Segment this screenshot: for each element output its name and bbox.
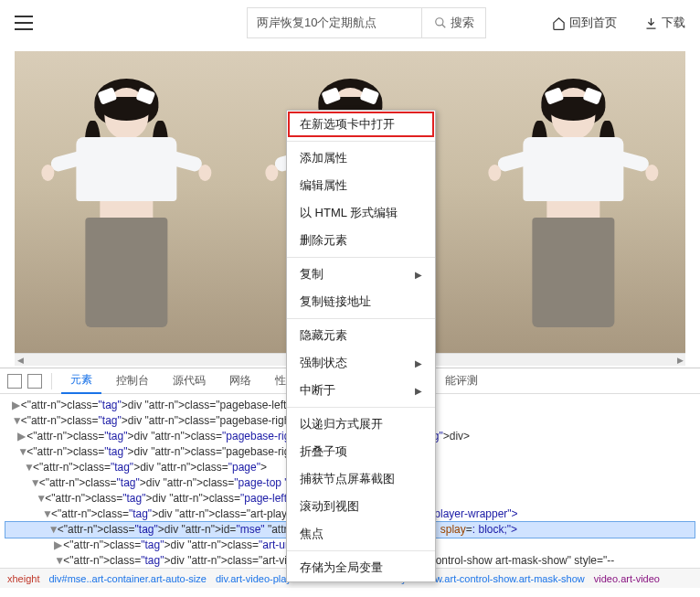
ctx-item[interactable]: 编辑属性 xyxy=(287,172,435,199)
tab-0[interactable]: 元素 xyxy=(61,368,101,394)
ctx-item[interactable]: 折叠子项 xyxy=(287,438,435,465)
menu-icon[interactable] xyxy=(15,16,33,30)
inspect-icon[interactable] xyxy=(7,374,22,389)
tab-1[interactable]: 控制台 xyxy=(107,368,158,394)
ctx-item[interactable]: 存储为全局变量 xyxy=(287,554,435,581)
tab-extra[interactable]: 能评测 xyxy=(436,368,487,394)
search-box: 搜索 xyxy=(247,7,486,38)
search-button-label: 搜索 xyxy=(451,15,474,31)
crumb[interactable]: xheight xyxy=(7,573,39,584)
crumb[interactable]: div#mse..art-container.art-auto-size xyxy=(48,573,206,584)
ctx-item[interactable]: 隐藏元素 xyxy=(287,322,435,349)
crumb[interactable]: video.art-video xyxy=(594,573,660,584)
ctx-item[interactable]: 复制▶ xyxy=(287,261,435,288)
svg-point-0 xyxy=(435,18,442,26)
device-icon[interactable] xyxy=(27,374,42,389)
search-input[interactable] xyxy=(248,16,421,30)
ctx-item[interactable]: 在新选项卡中打开 xyxy=(287,111,435,138)
scroll-left-icon[interactable]: ◀ xyxy=(15,355,26,366)
top-bar: 搜索 回到首页 下载 xyxy=(0,0,700,46)
ctx-item[interactable]: 以递归方式展开 xyxy=(287,410,435,438)
ctx-item[interactable]: 强制状态▶ xyxy=(287,349,435,377)
context-menu: 在新选项卡中打开添加属性编辑属性以 HTML 形式编辑删除元素复制▶复制链接地址… xyxy=(286,110,436,582)
scroll-right-icon[interactable]: ▶ xyxy=(674,355,685,366)
download-label: 下载 xyxy=(662,15,685,31)
ctx-item[interactable]: 复制链接地址 xyxy=(287,288,435,315)
tab-2[interactable]: 源代码 xyxy=(164,368,215,394)
home-link[interactable]: 回到首页 xyxy=(552,15,617,31)
ctx-item[interactable]: 以 HTML 形式编辑 xyxy=(287,199,435,227)
download-icon xyxy=(644,16,658,30)
search-button[interactable]: 搜索 xyxy=(421,8,485,37)
ctx-item[interactable]: 中断于▶ xyxy=(287,377,435,404)
download-link[interactable]: 下载 xyxy=(644,15,685,31)
home-label: 回到首页 xyxy=(569,15,617,31)
ctx-item[interactable]: 捕获节点屏幕截图 xyxy=(287,465,435,493)
search-icon xyxy=(434,16,447,29)
tab-3[interactable]: 网络 xyxy=(220,368,260,394)
home-icon xyxy=(552,16,566,30)
ctx-item[interactable]: 删除元素 xyxy=(287,227,435,254)
ctx-item[interactable]: 添加属性 xyxy=(287,144,435,172)
ctx-item[interactable]: 焦点 xyxy=(287,520,435,548)
svg-line-1 xyxy=(441,25,445,28)
ctx-item[interactable]: 滚动到视图 xyxy=(287,493,435,520)
